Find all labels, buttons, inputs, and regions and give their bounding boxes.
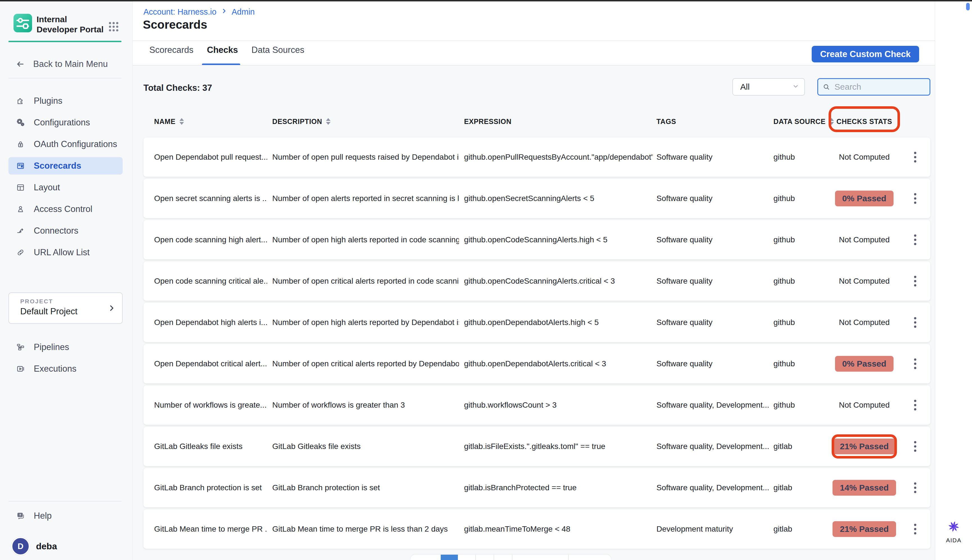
cell-description: Number of open pull requests raised by D… bbox=[272, 137, 459, 177]
app-title: Internal Developer Portal bbox=[37, 14, 104, 35]
chevron-down-icon bbox=[792, 83, 799, 91]
kebab-menu-icon[interactable] bbox=[909, 344, 921, 383]
cell-tags: Software quality bbox=[656, 137, 770, 177]
table-row[interactable]: GitLab Branch protection is set GitLab B… bbox=[144, 468, 930, 507]
kebab-menu-icon[interactable] bbox=[909, 509, 921, 549]
sidebar-item-label: Access Control bbox=[34, 204, 92, 214]
sidebar-item-access-control[interactable]: Access Control bbox=[8, 200, 123, 218]
cell-tags: Software quality bbox=[656, 262, 770, 301]
right-gutter bbox=[935, 2, 972, 560]
back-label: Back to Main Menu bbox=[33, 59, 108, 69]
oauth-lock-icon bbox=[16, 140, 25, 149]
kebab-menu-icon[interactable] bbox=[909, 220, 921, 260]
aida-flower-icon bbox=[943, 518, 965, 535]
cell-checks-stats: 0% Passed bbox=[823, 179, 905, 218]
sidebar-item-executions[interactable]: Executions bbox=[8, 360, 123, 378]
divider bbox=[133, 40, 935, 41]
layout-icon bbox=[16, 183, 25, 192]
cell-expression: github.openSecretScanningAlerts < 5 bbox=[464, 179, 653, 218]
cell-name: Open secret scanning alerts is ... bbox=[154, 179, 267, 218]
project-selector[interactable]: PROJECT Default Project bbox=[8, 292, 123, 324]
sidebar-item-connectors[interactable]: Connectors bbox=[8, 222, 123, 240]
divider bbox=[8, 501, 122, 502]
app-grid-icon[interactable] bbox=[107, 20, 120, 33]
cell-tags: Software quality bbox=[656, 220, 770, 260]
kebab-menu-icon[interactable] bbox=[909, 385, 921, 425]
kebab-menu-icon[interactable] bbox=[909, 137, 921, 177]
table-row[interactable]: GitLab Mean time to merge PR ... GitLab … bbox=[144, 509, 930, 549]
tab-checks[interactable]: Checks bbox=[207, 45, 238, 55]
table-row[interactable]: Number of workflows is greate... Number … bbox=[144, 385, 930, 425]
breadcrumb: Account: Harness.io Admin bbox=[144, 7, 255, 17]
aida-assistant-button[interactable]: AIDA bbox=[943, 518, 965, 544]
create-custom-check-button[interactable]: Create Custom Check bbox=[812, 46, 919, 62]
sidebar-item-scorecards[interactable]: Scorecards bbox=[8, 157, 123, 175]
table-row[interactable]: Open code scanning critical ale... Numbe… bbox=[144, 262, 930, 301]
user-menu[interactable]: D deba bbox=[8, 536, 122, 556]
tab-data-sources[interactable]: Data Sources bbox=[251, 45, 304, 55]
idp-logo-icon bbox=[13, 14, 32, 32]
cell-tags: Software quality bbox=[656, 303, 770, 342]
cell-tags: Software quality, Development... bbox=[656, 427, 770, 466]
cell-checks-stats: Not Computed bbox=[823, 137, 905, 177]
tab-scorecards[interactable]: Scorecards bbox=[149, 45, 194, 55]
status-badge: 21% Passed bbox=[832, 438, 896, 454]
cell-expression: github.openDependabotAlerts.high < 5 bbox=[464, 303, 653, 342]
executions-icon bbox=[16, 364, 25, 373]
divider bbox=[8, 78, 122, 78]
kebab-menu-icon[interactable] bbox=[909, 179, 921, 218]
table-row[interactable]: Open Dependabot pull request... Number o… bbox=[144, 137, 930, 177]
pagination-active-page[interactable] bbox=[441, 555, 458, 560]
cell-name: Open code scanning high alert... bbox=[154, 220, 267, 260]
cell-tags: Software quality, Development... bbox=[656, 468, 770, 507]
status-badge: 0% Passed bbox=[835, 356, 894, 372]
table-row[interactable]: Open code scanning high alert... Number … bbox=[144, 220, 930, 260]
kebab-menu-icon[interactable] bbox=[909, 468, 921, 507]
search-input[interactable] bbox=[834, 82, 919, 92]
cell-checks-stats: Not Computed bbox=[823, 220, 905, 260]
cell-expression: github.openCodeScanningAlerts.high < 5 bbox=[464, 220, 653, 260]
breadcrumb-admin-link[interactable]: Admin bbox=[232, 7, 255, 17]
cell-description: Number of open critical alerts reported … bbox=[272, 344, 459, 383]
sidebar-item-pipelines[interactable]: Pipelines bbox=[8, 338, 123, 356]
sidebar-item-label: Executions bbox=[34, 364, 77, 374]
sidebar: Internal Developer Portal Back to Main M… bbox=[0, 2, 133, 560]
table-row[interactable]: GitLab Gitleaks file exists GitLab Gitle… bbox=[144, 427, 930, 466]
column-header-name: NAME bbox=[154, 115, 184, 128]
cell-checks-stats: Not Computed bbox=[823, 303, 905, 342]
chevron-right-icon bbox=[107, 302, 116, 315]
back-to-main-menu[interactable]: Back to Main Menu bbox=[8, 57, 122, 72]
cell-checks-stats: 0% Passed bbox=[823, 344, 905, 383]
help-button[interactable]: ? Help bbox=[8, 507, 122, 524]
kebab-menu-icon[interactable] bbox=[909, 427, 921, 466]
table-row[interactable]: Open Dependabot critical alert... Number… bbox=[144, 344, 930, 383]
sidebar-item-label: OAuth Configurations bbox=[34, 139, 117, 149]
cell-tags: Development maturity bbox=[656, 509, 770, 549]
sort-icon[interactable] bbox=[326, 118, 331, 125]
kebab-menu-icon[interactable] bbox=[909, 303, 921, 342]
total-checks-label: Total Checks: 37 bbox=[144, 83, 212, 93]
pagination-bar[interactable] bbox=[411, 555, 611, 560]
filter-dropdown[interactable]: All bbox=[732, 78, 805, 96]
sort-icon[interactable] bbox=[179, 118, 184, 125]
column-header-checks-stats: CHECKS STATS bbox=[823, 115, 905, 128]
cell-expression: gitlab.isBranchProtected == true bbox=[464, 468, 653, 507]
sidebar-item-url-allow-list[interactable]: URL Allow List bbox=[8, 244, 123, 261]
configurations-icon bbox=[16, 118, 25, 127]
cell-name: Open code scanning critical ale... bbox=[154, 262, 267, 301]
sidebar-item-oauth-configurations[interactable]: OAuth Configurations bbox=[8, 135, 123, 153]
table-row[interactable]: Open Dependabot high alerts i... Number … bbox=[144, 303, 930, 342]
sidebar-item-plugins[interactable]: Plugins bbox=[8, 92, 123, 110]
sidebar-item-label: Layout bbox=[34, 182, 60, 193]
sidebar-item-configurations[interactable]: Configurations bbox=[8, 114, 123, 131]
breadcrumb-account-link[interactable]: Account: Harness.io bbox=[144, 7, 217, 17]
cell-tags: Software quality, Development... bbox=[656, 385, 770, 425]
kebab-menu-icon[interactable] bbox=[909, 262, 921, 301]
cell-expression: github.openDependabotAlerts.critical < 3 bbox=[464, 344, 653, 383]
table-row[interactable]: Open secret scanning alerts is ... Numbe… bbox=[144, 179, 930, 218]
scrollbar-thumb[interactable] bbox=[966, 3, 970, 10]
sidebar-item-layout[interactable]: Layout bbox=[8, 179, 123, 196]
sidebar-item-label: Pipelines bbox=[34, 342, 69, 352]
chevron-right-icon bbox=[221, 7, 227, 17]
cell-name: Number of workflows is greate... bbox=[154, 385, 267, 425]
